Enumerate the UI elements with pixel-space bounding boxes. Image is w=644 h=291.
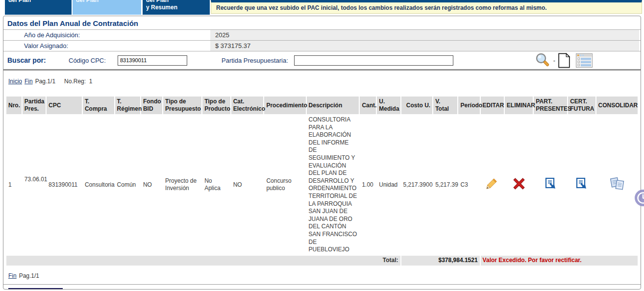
col-cat-electronico: Cat. Electrónico [231,97,264,114]
cell-tipo-producto: No Aplica [202,115,230,255]
reg-count-value: 1 [89,78,93,85]
cell-descripcion: CONSULTORIA PARA LA ELABORACIÓN DEL INFO… [307,115,359,255]
col-cpc: CPC [47,97,82,114]
cell-eliminar [505,115,533,255]
detail-list-icon[interactable] [576,53,593,68]
col-t-regimen: T. Régimen [115,97,140,114]
pagination-fin-link-bottom[interactable]: Fin [8,272,17,279]
cell-part-presentes [534,115,567,255]
cell-nro: 1 [6,115,22,255]
col-part-presentes: PART. PRESENTES [534,97,567,114]
edit-pencil-icon[interactable] [486,177,498,190]
col-cant: Cant. [360,97,376,114]
assigned-value: $ 373175.37 [210,41,639,51]
col-procedimiento: Procedimiento [264,97,305,114]
pagination-top: InicioFinPag.1/1No.Reg: 1 [3,71,641,89]
total-value: $378,984.1521 [401,256,480,266]
cell-partida: 73.06.01 [23,115,46,255]
cell-cat-electronico: NO [231,115,264,255]
total-row: Total: $378,984.1521 Valor Excedido. Por… [6,256,638,266]
top-tab-strip: del Plan del Plan del Plan y Resumen Rec… [0,0,644,15]
page-indicator: Pag.1/1 [35,78,55,85]
search-bar: Buscar por: Código CPC: Partida Presupue… [3,51,641,71]
cell-u-medida: Unidad [377,115,400,255]
col-partida-pres: Partida Pres. [23,97,46,114]
col-cert-futura: CERT. FUTURA [568,97,595,114]
part-presentes-form-icon[interactable] [544,177,557,191]
search-title: Buscar por: [7,56,69,64]
col-descripcion: Descripción [307,97,359,114]
cpc-code-label: Código CPC: [69,57,118,64]
col-tipo-presupuesto: Tipo de Presupuesto [163,97,201,114]
cell-cpc: 831390011 [47,115,82,255]
cell-tipo-presupuesto: Proyecto de Inversión [163,115,201,255]
col-fondo-bid: Fondo BID [141,97,162,114]
cpc-code-input[interactable] [118,55,187,66]
tab-del-plan-1[interactable]: del Plan [5,0,72,15]
cell-v-total: 5,217.39 [433,115,457,255]
col-tipo-producto: Tipo de Producto [202,97,230,114]
year-label: Año de Adquisición: [3,31,210,39]
reg-count-label: No.Reg: [64,78,86,85]
new-document-icon[interactable] [558,53,570,68]
tab-label: del Plan [5,0,72,4]
consolidar-copy-icon[interactable] [608,176,625,192]
cell-procedimiento: Concurso publico [264,115,305,255]
table-header-row: Nro. Partida Pres. CPC T. Compra T. Régi… [6,97,638,114]
col-u-medida: U. Medida [377,97,400,114]
assigned-value-label: Valor Asignado: [3,42,210,49]
partida-presupuestaria-label: Partida Presupuestaria: [222,57,288,64]
year-value: 2025 [210,30,639,40]
tab-label: del Plan [73,0,141,4]
pac-main-panel: Datos del Plan Anual de Contratación Año… [3,16,641,290]
cell-consolidar [596,115,638,255]
cell-periodo: C3 [458,115,479,255]
pac-items-table-wrap: Nro. Partida Pres. CPC T. Compra T. Régi… [3,89,641,267]
notice-text: Recuerde que una vez subido el PAC inici… [216,4,547,11]
search-icon[interactable] [535,52,551,69]
pagination-bottom: FinPag.1/1 [3,267,641,285]
tab-label-line2: y Resumen [143,4,210,11]
total-warning-text: Valor Excedido. Por favor rectificar. [481,256,638,266]
col-consolidar: CONSOLIDAR [596,97,638,114]
col-periodo: Período [458,97,479,114]
cell-cant: 1.00 [360,115,376,255]
cell-t-compra: Consultoria [83,115,114,255]
cell-fondo-bid: NO [141,115,162,255]
table-row: 1 73.06.01 831390011 Consultoria Común N… [6,115,638,255]
pac-reform-notice: Recuerde que una vez subido el PAC inici… [211,0,642,14]
footer: Regresar [3,285,641,290]
col-nro: Nro. [6,97,22,114]
pac-items-table: Nro. Partida Pres. CPC T. Compra T. Régi… [5,96,639,267]
cell-editar [481,115,504,255]
tab-del-plan-2-active[interactable]: del Plan [73,0,141,15]
pagination-inicio-link[interactable]: Inicio [8,78,22,85]
cell-costo-u: 5,217.3900 [401,115,433,255]
page-title: Datos del Plan Anual de Contratación [3,16,641,30]
back-button[interactable]: Regresar [8,288,63,290]
cert-futura-form-icon[interactable] [575,177,588,191]
tab-del-plan-y-resumen[interactable]: del Plan y Resumen [143,0,210,15]
partida-presupuestaria-input[interactable] [294,55,453,66]
session-timer-widget[interactable] [634,189,644,207]
col-editar: EDITAR [481,97,504,114]
cell-t-regimen: Común [115,115,140,255]
field-row-amount: Valor Asignado: $ 373175.37 [3,41,641,51]
col-t-compra: T. Compra [83,97,114,114]
col-v-total: V. Total [433,97,457,114]
field-row-year: Año de Adquisición: 2025 [3,30,641,41]
col-eliminar: ELIMINAR [505,97,533,114]
delete-x-icon[interactable] [513,178,525,190]
tab-label-line1: del Plan [143,0,210,4]
cell-cert-futura [568,115,595,255]
pagination-fin-link[interactable]: Fin [25,78,33,85]
total-label: Total: [6,256,400,266]
page-indicator-bottom: Pag.1/1 [19,272,39,279]
separator-dash: - [553,57,555,64]
col-costo-u: Costo U. [401,97,433,114]
